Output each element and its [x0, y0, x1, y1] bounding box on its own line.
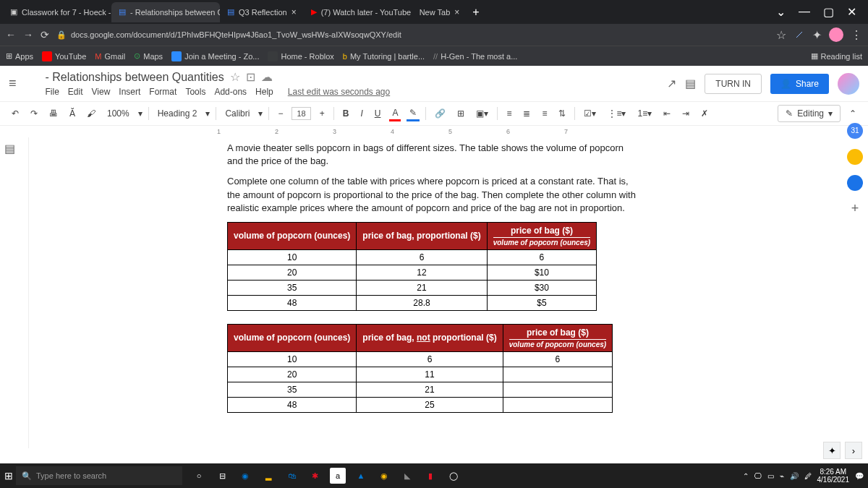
- redo-icon[interactable]: ↷: [27, 107, 41, 120]
- line-spacing-icon[interactable]: ⇅: [556, 107, 569, 120]
- menu-file[interactable]: File: [46, 87, 59, 97]
- menu-help[interactable]: Help: [255, 87, 273, 97]
- align-right-icon[interactable]: ≡: [539, 107, 550, 120]
- tab-2[interactable]: ▤Q3 Reflection×: [220, 2, 304, 22]
- reload-icon[interactable]: ⟳: [41, 29, 49, 40]
- volume-icon[interactable]: 🔊: [790, 472, 799, 480]
- outline-icon[interactable]: ▤: [0, 137, 28, 160]
- move-icon[interactable]: ⊡: [246, 70, 255, 84]
- calendar-icon[interactable]: 31: [847, 123, 863, 139]
- image-icon[interactable]: ▣▾: [473, 107, 491, 120]
- avatar[interactable]: [838, 73, 859, 95]
- menu-addons[interactable]: Add-ons: [214, 87, 247, 97]
- amazon-icon[interactable]: a: [330, 468, 346, 484]
- activity-icon[interactable]: ↗: [667, 77, 676, 90]
- bookmark-tutoring[interactable]: bMy Tutoring | bartle...: [343, 52, 425, 61]
- star-icon[interactable]: ☆: [776, 28, 786, 42]
- comment-icon[interactable]: ▤: [685, 77, 696, 90]
- extension-icon[interactable]: ⟋: [793, 28, 805, 41]
- align-left-icon[interactable]: ≡: [503, 107, 514, 120]
- menu-view[interactable]: View: [92, 87, 111, 97]
- puzzle-icon[interactable]: ✦: [812, 28, 822, 42]
- apps-button[interactable]: ⊞ Apps: [6, 51, 33, 61]
- number-list-icon[interactable]: 1≡▾: [634, 107, 655, 120]
- app-icon[interactable]: ✱: [307, 468, 323, 484]
- italic-icon[interactable]: I: [357, 107, 365, 120]
- tab-0[interactable]: ▣Classwork for 7 - Hoeck - Mod 2×: [3, 2, 111, 22]
- tab-4[interactable]: New Tab×: [412, 2, 467, 22]
- explore-icon[interactable]: ✦: [823, 442, 841, 459]
- menu-icon[interactable]: ≡: [9, 76, 17, 91]
- paragraph[interactable]: A movie theater sells popcorn in bags of…: [227, 142, 641, 168]
- print-icon[interactable]: 🖶: [46, 107, 61, 120]
- bookmark-hgen[interactable]: //H-Gen - The most a...: [433, 52, 517, 61]
- start-icon[interactable]: ⊞: [4, 470, 13, 481]
- notifications-icon[interactable]: 💬: [855, 472, 864, 480]
- bookmark-youtube[interactable]: YouTube: [42, 51, 86, 61]
- task-view-icon[interactable]: ⊟: [214, 468, 230, 484]
- font-decrease[interactable]: −: [275, 107, 286, 120]
- clear-format-icon[interactable]: ✗: [698, 107, 711, 120]
- reading-list[interactable]: ▦ Reading list: [811, 51, 862, 61]
- bookmark-maps[interactable]: ⊙Maps: [134, 51, 163, 61]
- star-icon[interactable]: ☆: [230, 70, 240, 84]
- bullet-list-icon[interactable]: ⋮≡▾: [605, 107, 629, 120]
- bookmark-zoom[interactable]: Join a Meeting - Zo...: [171, 51, 259, 61]
- menu-tools[interactable]: Tools: [185, 87, 205, 97]
- tab-1[interactable]: ▤- Relationships between Quantiti×: [111, 2, 220, 22]
- bold-icon[interactable]: B: [340, 107, 352, 120]
- url-input[interactable]: 🔒docs.google.com/document/d/1PhIwBFHQteH…: [56, 30, 769, 40]
- zoom-select[interactable]: 100%: [104, 107, 132, 120]
- app-icon[interactable]: ◣: [399, 468, 415, 484]
- close-icon[interactable]: ✕: [847, 5, 856, 19]
- align-center-icon[interactable]: ≣: [520, 107, 533, 120]
- avatar-icon[interactable]: [829, 27, 843, 42]
- ime-icon[interactable]: 🖉: [804, 472, 812, 480]
- underline-icon[interactable]: U: [372, 107, 384, 120]
- spellcheck-icon[interactable]: Ӑ: [67, 107, 78, 120]
- bookmark-gmail[interactable]: MGmail: [95, 52, 125, 61]
- undo-icon[interactable]: ↶: [9, 107, 22, 120]
- indent-increase-icon[interactable]: ⇥: [679, 107, 692, 120]
- close-icon[interactable]: ×: [454, 7, 459, 17]
- tray-up-icon[interactable]: ⌃: [743, 472, 749, 480]
- cortana-icon[interactable]: ○: [191, 468, 207, 484]
- tasks-icon[interactable]: [847, 175, 863, 191]
- checklist-icon[interactable]: ☑▾: [581, 107, 599, 120]
- menu-format[interactable]: Format: [149, 87, 176, 97]
- indent-decrease-icon[interactable]: ⇤: [660, 107, 673, 120]
- explorer-icon[interactable]: ▂: [260, 468, 276, 484]
- display-icon[interactable]: 🖵: [754, 472, 762, 480]
- text-color-icon[interactable]: A: [389, 106, 401, 121]
- tab-3[interactable]: ▶(7) Watch later - YouTube×: [304, 2, 412, 22]
- maximize-icon[interactable]: ▢: [823, 5, 834, 19]
- font-select[interactable]: Calibri: [222, 107, 252, 120]
- bookmark-roblox[interactable]: Home - Roblox: [268, 51, 333, 61]
- keep-icon[interactable]: [847, 149, 863, 165]
- table-1[interactable]: volume of popcorn (ounces) price of bag,…: [227, 222, 597, 311]
- paint-format-icon[interactable]: 🖌: [84, 107, 98, 120]
- comment-add-icon[interactable]: ⊞: [454, 107, 467, 120]
- back-icon[interactable]: ←: [6, 29, 16, 40]
- font-increase[interactable]: +: [317, 107, 328, 120]
- app-icon[interactable]: ▲: [353, 468, 369, 484]
- wifi-icon[interactable]: ⌁: [780, 472, 784, 480]
- next-icon[interactable]: ›: [845, 442, 862, 459]
- search-input[interactable]: 🔍Type here to search: [16, 466, 182, 485]
- app-icon[interactable]: ◉: [376, 468, 392, 484]
- chevron-down-icon[interactable]: ⌄: [776, 5, 786, 19]
- table-2[interactable]: volume of popcorn (ounces) price of bag,…: [227, 324, 613, 413]
- menu-edit[interactable]: Edit: [68, 87, 83, 97]
- edge-icon[interactable]: ◉: [237, 468, 253, 484]
- link-icon[interactable]: 🔗: [432, 107, 448, 120]
- close-icon[interactable]: ×: [292, 7, 297, 17]
- app-icon[interactable]: ▮: [422, 468, 438, 484]
- menu-insert[interactable]: Insert: [119, 87, 140, 97]
- clock[interactable]: 8:26 AM4/16/2021: [817, 468, 850, 484]
- last-edit[interactable]: Last edit was seconds ago: [288, 87, 390, 97]
- chrome-icon[interactable]: ◯: [446, 468, 461, 484]
- store-icon[interactable]: 🛍: [284, 468, 299, 484]
- editing-mode[interactable]: ✎ Editing ▾: [778, 105, 841, 122]
- doc-title[interactable]: - Relationships between Quantities: [46, 71, 224, 84]
- cloud-icon[interactable]: ☁: [261, 70, 273, 84]
